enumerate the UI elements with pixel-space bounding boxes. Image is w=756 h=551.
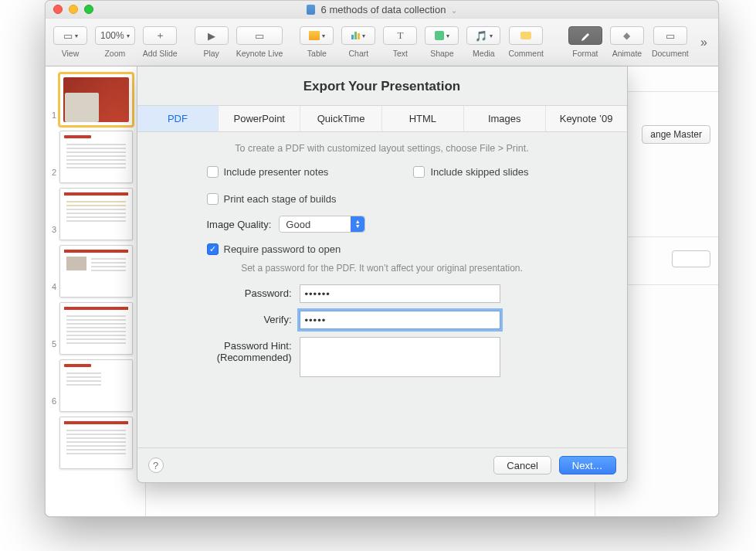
- play-label: Play: [203, 49, 219, 58]
- slide-number: 6: [49, 359, 56, 406]
- slide-thumb-row[interactable]: 5: [46, 300, 145, 357]
- tab-images[interactable]: Images: [464, 106, 546, 131]
- include-presenter-notes-checkbox[interactable]: Include presenter notes: [207, 166, 329, 178]
- format-button[interactable]: [568, 26, 602, 45]
- title-chevron-icon[interactable]: ⌄: [451, 6, 457, 15]
- sheet-title: Export Your Presentation: [137, 66, 627, 105]
- document-button[interactable]: ▭: [653, 26, 687, 45]
- slide-number: [49, 417, 56, 454]
- inspector-size-field[interactable]: [672, 250, 710, 267]
- checkbox-label: Print each stage of builds: [224, 193, 337, 205]
- image-quality-label: Image Quality:: [207, 219, 272, 230]
- include-skipped-slides-checkbox[interactable]: Include skipped slides: [413, 166, 528, 178]
- export-sheet: Export Your Presentation PDF PowerPoint …: [137, 66, 628, 483]
- view-button[interactable]: ▭▾: [53, 26, 87, 45]
- slide-number: 1: [49, 73, 56, 120]
- shape-label: Shape: [430, 49, 453, 58]
- tab-pdf[interactable]: PDF: [137, 106, 219, 131]
- chart-label: Chart: [349, 49, 369, 58]
- slide-thumbnail[interactable]: [59, 131, 133, 183]
- keynote-window: 6 methods of data collection ⌄ ▭▾ View 1…: [45, 0, 719, 517]
- next-button[interactable]: Next…: [559, 456, 616, 474]
- slide-thumb-row[interactable]: 4: [46, 243, 145, 300]
- zoom-icon[interactable]: [84, 5, 93, 14]
- tab-quicktime[interactable]: QuickTime: [300, 106, 382, 131]
- slide-number: 3: [49, 188, 56, 234]
- add-slide-label: Add Slide: [143, 49, 178, 58]
- password-hint-field[interactable]: [300, 337, 500, 377]
- media-label: Media: [473, 49, 495, 58]
- slide-number: 2: [49, 131, 56, 177]
- slide-thumb-row[interactable]: [46, 414, 145, 471]
- select-arrows-icon: ▲▼: [351, 216, 364, 232]
- slide-thumbnail[interactable]: [59, 302, 133, 355]
- keynote-live-label: Keynote Live: [236, 49, 283, 58]
- titlebar: 6 methods of data collection ⌄: [46, 1, 718, 19]
- slide-thumbnail[interactable]: [59, 73, 133, 126]
- slide-thumbnail[interactable]: [59, 188, 133, 240]
- tab-powerpoint[interactable]: PowerPoint: [219, 106, 300, 131]
- comment-button[interactable]: [509, 26, 543, 45]
- checkbox-label: Require password to open: [224, 243, 341, 255]
- sheet-footer: ? Cancel Next…: [137, 447, 627, 482]
- checkbox-checked-icon: ✓: [207, 243, 219, 255]
- format-label: Format: [572, 49, 598, 58]
- change-master-button[interactable]: ange Master: [642, 125, 710, 144]
- help-button[interactable]: ?: [148, 457, 164, 473]
- verify-password-field[interactable]: [300, 311, 500, 329]
- view-label: View: [62, 49, 80, 58]
- table-button[interactable]: ▾: [300, 26, 334, 45]
- shape-button[interactable]: ▾: [425, 26, 459, 45]
- verify-label: Verify:: [161, 311, 292, 325]
- toolbar: ▭▾ View 100%▾ Zoom ＋ Add Slide ▶ Play ▭ …: [46, 19, 718, 66]
- require-password-checkbox[interactable]: ✓ Require password to open: [207, 243, 604, 255]
- password-section-hint: Set a password for the PDF. It won’t aff…: [161, 263, 604, 274]
- window-controls: [46, 5, 93, 14]
- slide-thumb-row[interactable]: 2: [46, 128, 145, 185]
- zoom-button[interactable]: 100%▾: [95, 26, 135, 45]
- slide-thumbnail[interactable]: [59, 417, 133, 469]
- chart-button[interactable]: ▾: [341, 26, 375, 45]
- sheet-body: To create a PDF with customized layout s…: [137, 132, 627, 447]
- checkbox-icon: [207, 193, 219, 205]
- password-hint-label: Password Hint: (Recommended): [161, 337, 292, 363]
- password-field[interactable]: [300, 284, 500, 303]
- media-button[interactable]: 🎵▾: [466, 26, 500, 45]
- text-button[interactable]: T: [383, 26, 417, 45]
- document-label: Document: [652, 49, 689, 58]
- export-format-tabs: PDF PowerPoint QuickTime HTML Images Key…: [137, 105, 627, 132]
- pdf-hint-text: To create a PDF with customized layout s…: [161, 143, 604, 154]
- tab-html[interactable]: HTML: [382, 106, 464, 131]
- cancel-button[interactable]: Cancel: [493, 456, 551, 474]
- slide-number: 4: [49, 245, 56, 291]
- add-slide-button[interactable]: ＋: [143, 26, 177, 45]
- checkbox-icon: [413, 166, 425, 178]
- zoom-label: Zoom: [104, 49, 125, 58]
- slide-thumbnail[interactable]: [59, 245, 133, 298]
- text-label: Text: [393, 49, 408, 58]
- minimize-icon[interactable]: [69, 5, 78, 14]
- password-label: Password:: [161, 284, 292, 299]
- window-title: 6 methods of data collection ⌄: [46, 4, 718, 15]
- animate-button[interactable]: ◆: [610, 26, 644, 45]
- table-label: Table: [307, 49, 327, 58]
- toolbar-overflow-icon[interactable]: »: [700, 36, 714, 49]
- checkbox-label: Include skipped slides: [430, 166, 528, 178]
- close-icon[interactable]: [53, 5, 63, 14]
- keynote-live-button[interactable]: ▭: [236, 26, 283, 45]
- slide-thumb-row[interactable]: 6: [46, 357, 145, 414]
- print-each-stage-checkbox[interactable]: Print each stage of builds: [207, 193, 604, 205]
- tab-keynote09[interactable]: Keynote ’09: [546, 106, 627, 131]
- slide-thumb-row[interactable]: 3: [46, 185, 145, 243]
- checkbox-icon: [207, 166, 219, 178]
- image-quality-select[interactable]: Good ▲▼: [279, 216, 365, 233]
- play-button[interactable]: ▶: [195, 26, 229, 45]
- slide-thumb-row[interactable]: 1: [46, 71, 145, 128]
- checkbox-label: Include presenter notes: [224, 166, 329, 178]
- select-value: Good: [286, 219, 310, 230]
- document-title-text: 6 methods of data collection: [321, 4, 446, 15]
- slide-thumbnail[interactable]: [59, 359, 133, 412]
- comment-label: Comment: [508, 49, 544, 58]
- animate-label: Animate: [612, 49, 642, 58]
- slides-navigator[interactable]: 1 2 3 4: [46, 66, 146, 516]
